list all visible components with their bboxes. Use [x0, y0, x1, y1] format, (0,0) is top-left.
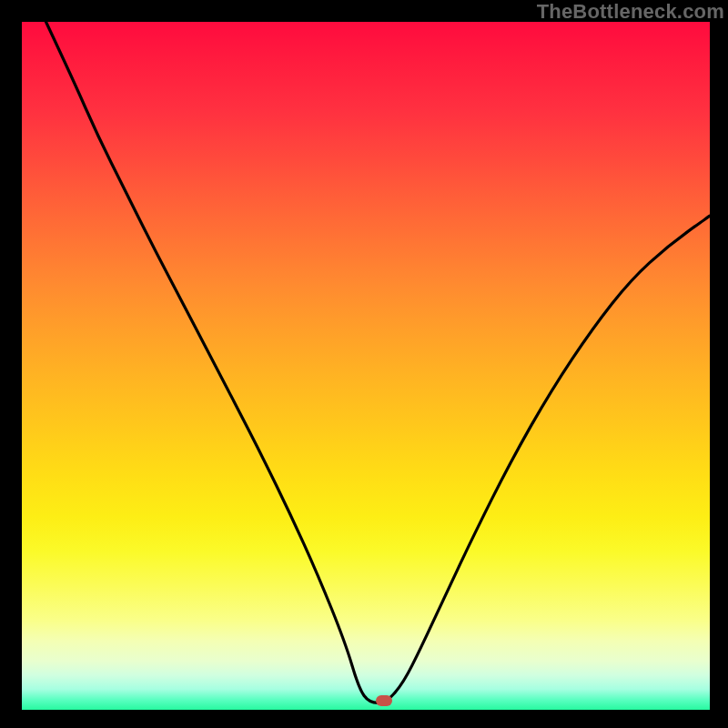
watermark-text: TheBottleneck.com [537, 0, 724, 24]
optimum-marker [376, 695, 392, 706]
bottleneck-curve [0, 0, 728, 728]
chart-frame: TheBottleneck.com [0, 0, 728, 728]
